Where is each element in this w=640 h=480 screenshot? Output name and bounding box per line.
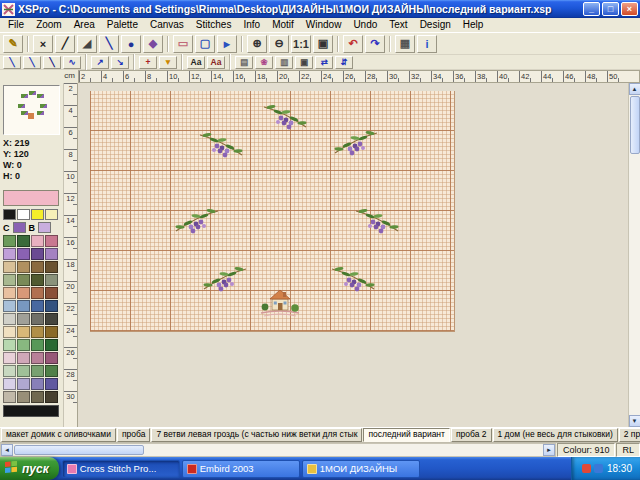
scroll-right-icon[interactable]: ► [543, 444, 555, 456]
menu-item-undo[interactable]: Undo [347, 18, 383, 32]
full-stitch-icon[interactable]: × [33, 35, 53, 53]
half-stitch-icon[interactable]: ╱ [55, 35, 75, 53]
vertical-scroll-thumb[interactable] [630, 96, 640, 154]
eraser-icon[interactable]: ▭ [173, 35, 193, 53]
palette-swatch[interactable] [17, 248, 30, 260]
menu-item-motif[interactable]: Motif [266, 18, 300, 32]
palette-swatch[interactable] [31, 326, 44, 338]
zoom-fit-icon[interactable]: ▣ [313, 35, 333, 53]
quarter-stitch-icon[interactable]: ◢ [77, 35, 97, 53]
minimize-button[interactable]: _ [583, 2, 600, 16]
menu-item-zoom[interactable]: Zoom [30, 18, 68, 32]
palette-swatch[interactable] [17, 378, 30, 390]
horizontal-scroll-thumb[interactable] [14, 445, 144, 455]
palette-swatch[interactable] [45, 391, 58, 403]
scroll-up-icon[interactable]: ▲ [629, 83, 640, 95]
design-tab[interactable]: проба 2 [451, 428, 492, 442]
french-knot-icon[interactable]: ● [121, 35, 141, 53]
palette-swatch[interactable] [31, 391, 44, 403]
menu-item-canvas[interactable]: Canvas [144, 18, 190, 32]
design-tab[interactable]: последний вариант [363, 428, 450, 442]
backstitch-icon[interactable]: ╲ [99, 35, 119, 53]
undo-arrow-icon[interactable]: ↶ [343, 35, 363, 53]
design-tab[interactable]: макет домик с оливочками [1, 428, 116, 442]
taskbar-task-button[interactable]: 1МОИ ДИЗАЙНЫ [302, 460, 420, 478]
palette-swatch[interactable] [45, 352, 58, 364]
palette-swatch[interactable] [17, 352, 30, 364]
design-tab[interactable]: 2 правая ниж гр [619, 428, 640, 442]
design-grid[interactable] [90, 91, 455, 332]
palette-swatch[interactable] [45, 248, 58, 260]
menu-item-palette[interactable]: Palette [101, 18, 144, 32]
colour-picker-icon[interactable]: + [139, 56, 157, 69]
curve-line-icon[interactable]: ∿ [63, 56, 81, 69]
text-small-icon[interactable]: Aa [187, 56, 205, 69]
palette-swatch[interactable] [31, 365, 44, 377]
palette-swatch[interactable] [38, 222, 51, 233]
palette-special-swatch[interactable] [3, 209, 16, 220]
palette-swatch[interactable] [13, 222, 26, 233]
menu-item-file[interactable]: File [2, 18, 30, 32]
palette-swatch[interactable] [45, 300, 58, 312]
zoom-out-icon[interactable]: ⊖ [269, 35, 289, 53]
copy-icon[interactable]: ▣ [295, 56, 313, 69]
zoom-100-icon[interactable]: 1:1 [291, 35, 311, 53]
mirror-vertical-icon[interactable]: ⇵ [335, 56, 353, 69]
current-colour-swatch[interactable] [3, 190, 59, 206]
backstitch-thick-icon[interactable]: ╲ [43, 56, 61, 69]
grid-toggle-icon[interactable]: ▦ [395, 35, 415, 53]
palette-swatch[interactable] [31, 248, 44, 260]
palette-swatch[interactable] [17, 261, 30, 273]
palette-swatch[interactable] [45, 261, 58, 273]
text-large-icon[interactable]: Aa [207, 56, 225, 69]
palette-swatch[interactable] [17, 300, 30, 312]
select-box-icon[interactable]: ▢ [195, 35, 215, 53]
palette-swatch[interactable] [3, 313, 16, 325]
palette-swatch[interactable] [3, 274, 16, 286]
flood-fill-icon[interactable]: ▼ [159, 56, 177, 69]
menu-item-area[interactable]: Area [68, 18, 101, 32]
start-button[interactable]: пуск [0, 457, 59, 480]
menu-item-stitches[interactable]: Stitches [190, 18, 238, 32]
palette-special-swatch[interactable] [45, 209, 58, 220]
menu-item-text[interactable]: Text [383, 18, 413, 32]
taskbar-task-button[interactable]: Cross Stitch Pro... [62, 460, 180, 478]
palette-swatch[interactable] [3, 326, 16, 338]
palette-swatch[interactable] [17, 339, 30, 351]
menu-item-info[interactable]: Info [237, 18, 266, 32]
palette-swatch[interactable] [45, 274, 58, 286]
stitch-canvas[interactable] [78, 83, 628, 427]
vertical-scrollbar[interactable]: ▲ ▼ [628, 83, 640, 427]
palette-view-icon[interactable]: ▤ [235, 56, 253, 69]
palette-swatch[interactable] [3, 365, 16, 377]
menu-item-help[interactable]: Help [457, 18, 490, 32]
palette-swatch[interactable] [17, 235, 30, 247]
palette-swatch[interactable] [31, 287, 44, 299]
arrow-ne-icon[interactable]: ↗ [91, 56, 109, 69]
palette-swatch[interactable] [17, 274, 30, 286]
palette-swatch[interactable] [3, 248, 16, 260]
palette-swatch[interactable] [3, 235, 16, 247]
zoom-in-icon[interactable]: ⊕ [247, 35, 267, 53]
tray-icon[interactable] [594, 464, 603, 473]
design-tab[interactable]: 1 дом (не весь для стыковки) [493, 428, 618, 442]
palette-swatch[interactable] [3, 378, 16, 390]
move-arrow-icon[interactable]: ► [217, 35, 237, 53]
palette-swatch[interactable] [3, 300, 16, 312]
redo-arrow-icon[interactable]: ↷ [365, 35, 385, 53]
bead-tool-icon[interactable]: ◆ [143, 35, 163, 53]
palette-swatch[interactable] [45, 235, 58, 247]
motif-library-icon[interactable]: ❀ [255, 56, 273, 69]
palette-swatch[interactable] [45, 287, 58, 299]
palette-swatch[interactable] [17, 313, 30, 325]
palette-footer-swatch[interactable] [3, 405, 59, 417]
palette-special-swatch[interactable] [17, 209, 30, 220]
scroll-left-icon[interactable]: ◄ [1, 444, 13, 456]
pencil-tool-icon[interactable]: ✎ [3, 35, 23, 53]
palette-swatch[interactable] [31, 300, 44, 312]
design-info-icon[interactable]: i [417, 35, 437, 53]
palette-swatch[interactable] [3, 391, 16, 403]
palette-swatch[interactable] [17, 287, 30, 299]
palette-swatch[interactable] [31, 313, 44, 325]
close-button[interactable]: × [621, 2, 638, 16]
